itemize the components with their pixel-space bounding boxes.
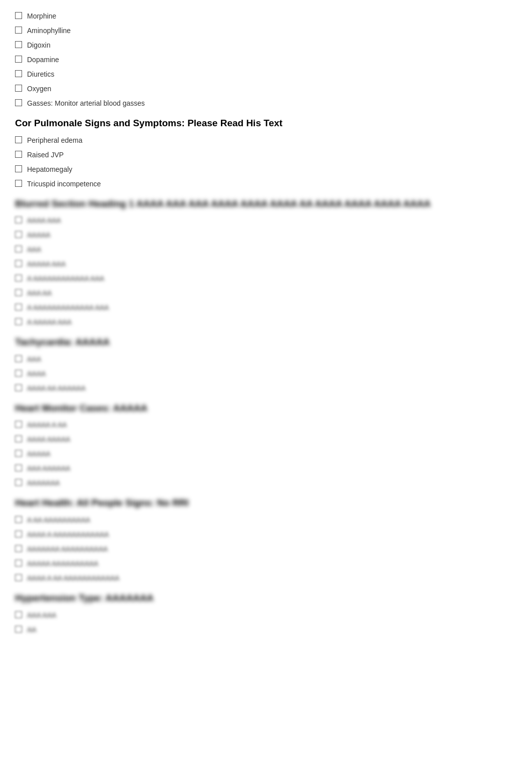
section-heading-heart-monitor: Heart Monitor Cases: AAAAA bbox=[15, 402, 517, 415]
list-item: Digoxin bbox=[15, 39, 517, 52]
section-blurred-section-1: Blurred Section Heading 1 AAAA AAA AAA A… bbox=[15, 197, 517, 329]
list-item: AAAA AAA bbox=[15, 214, 517, 227]
item-label: Dopamine bbox=[27, 55, 59, 65]
item-label: A AA AAAAAAAAAA bbox=[27, 515, 90, 526]
checkbox-icon[interactable] bbox=[15, 216, 22, 223]
item-label: Peripheral edema bbox=[27, 135, 83, 146]
checkbox-icon[interactable] bbox=[15, 560, 22, 567]
checkbox-icon[interactable] bbox=[15, 41, 22, 48]
page-content: MorphineAminophyllineDigoxinDopamineDiur… bbox=[15, 10, 517, 636]
checkbox-icon[interactable] bbox=[15, 56, 22, 63]
item-label: Morphine bbox=[27, 11, 56, 22]
list-item: AAAA AA AAAAAA bbox=[15, 382, 517, 395]
list-item: AAAAAAA bbox=[15, 477, 517, 489]
item-label: AAAA A AAAAAAAAAAAA bbox=[27, 530, 109, 540]
item-label: AAAA A AA AAAAAAAAAAAA bbox=[27, 573, 119, 584]
list-item: AAAAA bbox=[15, 448, 517, 460]
checkbox-icon[interactable] bbox=[15, 370, 22, 377]
item-label: Digoxin bbox=[27, 40, 51, 51]
item-label: Raised JVP bbox=[27, 150, 64, 160]
checkbox-icon[interactable] bbox=[15, 626, 22, 633]
list-item: Oxygen bbox=[15, 83, 517, 95]
item-label: AAA AA bbox=[27, 288, 52, 299]
list-item: AAAA bbox=[15, 368, 517, 380]
list-item: AAA AAA bbox=[15, 609, 517, 622]
list-item: AAAAAAA AAAAAAAAAA bbox=[15, 543, 517, 556]
section-treatment-list: MorphineAminophyllineDigoxinDopamineDiur… bbox=[15, 10, 517, 110]
list-item: AA bbox=[15, 624, 517, 636]
checkbox-icon[interactable] bbox=[15, 27, 22, 34]
item-label: A AAAAAAAAAAAAA AAA bbox=[27, 303, 109, 313]
item-label: AAA bbox=[27, 354, 41, 365]
list-item: AAA bbox=[15, 243, 517, 256]
list-item: AAAAA A AA bbox=[15, 419, 517, 431]
section-cor-pulmonale: Cor Pulmonale Signs and Symptoms: Please… bbox=[15, 117, 517, 190]
item-label: Gasses: Monitor arterial blood gasses bbox=[27, 98, 145, 109]
item-label: Aminophylline bbox=[27, 26, 71, 36]
item-label: AAA AAA bbox=[27, 610, 56, 621]
item-label: AAAAAAA bbox=[27, 478, 60, 488]
checkbox-icon[interactable] bbox=[15, 545, 22, 552]
item-label: AAA AAAAAA bbox=[27, 463, 70, 474]
list-item: Tricuspid incompetence bbox=[15, 178, 517, 190]
checkbox-icon[interactable] bbox=[15, 151, 22, 158]
section-heart-monitor: Heart Monitor Cases: AAAAAAAAAA A AAAAAA… bbox=[15, 402, 517, 490]
checkbox-icon[interactable] bbox=[15, 99, 22, 106]
section-heading-tachycardia: Tachycardia: AAAAA bbox=[15, 336, 517, 349]
section-heading-cor-pulmonale: Cor Pulmonale Signs and Symptoms: Please… bbox=[15, 117, 517, 130]
checkbox-icon[interactable] bbox=[15, 12, 22, 19]
list-item: Dopamine bbox=[15, 54, 517, 66]
item-label: Tricuspid incompetence bbox=[27, 179, 101, 189]
item-label: A AAAAA AAA bbox=[27, 317, 72, 328]
checkbox-icon[interactable] bbox=[15, 464, 22, 471]
item-label: AAAA AAAAA bbox=[27, 434, 70, 445]
item-label: AAAAA A AA bbox=[27, 420, 67, 430]
list-item: AAAA A AA AAAAAAAAAAAA bbox=[15, 572, 517, 585]
checkbox-icon[interactable] bbox=[15, 245, 22, 252]
list-item: Gasses: Monitor arterial blood gasses bbox=[15, 97, 517, 110]
section-heading-hypertension: Hypertension Type: AAAAAAA bbox=[15, 592, 517, 605]
item-label: Diuretics bbox=[27, 69, 54, 80]
item-label: AAAA AA AAAAAA bbox=[27, 383, 86, 394]
checkbox-icon[interactable] bbox=[15, 165, 22, 172]
section-heading-heart-health: Heart Health: All People Signs: No RRI bbox=[15, 496, 517, 510]
section-heart-health: Heart Health: All People Signs: No RRIA … bbox=[15, 496, 517, 585]
list-item: Diuretics bbox=[15, 68, 517, 81]
item-label: A AAAAAAAAAAAA AAA bbox=[27, 274, 104, 284]
checkbox-icon[interactable] bbox=[15, 384, 22, 391]
item-label: AAAAA AAA bbox=[27, 259, 66, 270]
item-label: AA bbox=[27, 625, 37, 635]
list-item: AAAAA bbox=[15, 229, 517, 241]
list-item: Morphine bbox=[15, 10, 517, 23]
checkbox-icon[interactable] bbox=[15, 421, 22, 428]
checkbox-icon[interactable] bbox=[15, 275, 22, 282]
checkbox-icon[interactable] bbox=[15, 479, 22, 486]
checkbox-icon[interactable] bbox=[15, 435, 22, 442]
item-label: Hepatomegaly bbox=[27, 164, 72, 175]
item-label: AAA bbox=[27, 244, 41, 255]
checkbox-icon[interactable] bbox=[15, 231, 22, 238]
checkbox-icon[interactable] bbox=[15, 611, 22, 618]
checkbox-icon[interactable] bbox=[15, 355, 22, 362]
checkbox-icon[interactable] bbox=[15, 136, 22, 143]
checkbox-icon[interactable] bbox=[15, 70, 22, 77]
checkbox-icon[interactable] bbox=[15, 450, 22, 457]
checkbox-icon[interactable] bbox=[15, 304, 22, 311]
checkbox-icon[interactable] bbox=[15, 516, 22, 523]
checkbox-icon[interactable] bbox=[15, 85, 22, 92]
checkbox-icon[interactable] bbox=[15, 318, 22, 325]
item-label: AAAA bbox=[27, 369, 46, 379]
item-label: AAAA AAA bbox=[27, 215, 61, 226]
list-item: AAA bbox=[15, 353, 517, 366]
checkbox-icon[interactable] bbox=[15, 260, 22, 267]
list-item: Hepatomegaly bbox=[15, 163, 517, 176]
list-item: AAA AAAAAA bbox=[15, 462, 517, 475]
section-tachycardia: Tachycardia: AAAAAAAAAAAAAAAA AA AAAAAA bbox=[15, 336, 517, 395]
checkbox-icon[interactable] bbox=[15, 180, 22, 187]
checkbox-icon[interactable] bbox=[15, 531, 22, 538]
list-item: AAAAA AAAAAAAAAA bbox=[15, 558, 517, 570]
section-hypertension: Hypertension Type: AAAAAAAAAA AAAAA bbox=[15, 592, 517, 636]
checkbox-icon[interactable] bbox=[15, 289, 22, 296]
list-item: AAAAA AAA bbox=[15, 258, 517, 271]
checkbox-icon[interactable] bbox=[15, 574, 22, 581]
